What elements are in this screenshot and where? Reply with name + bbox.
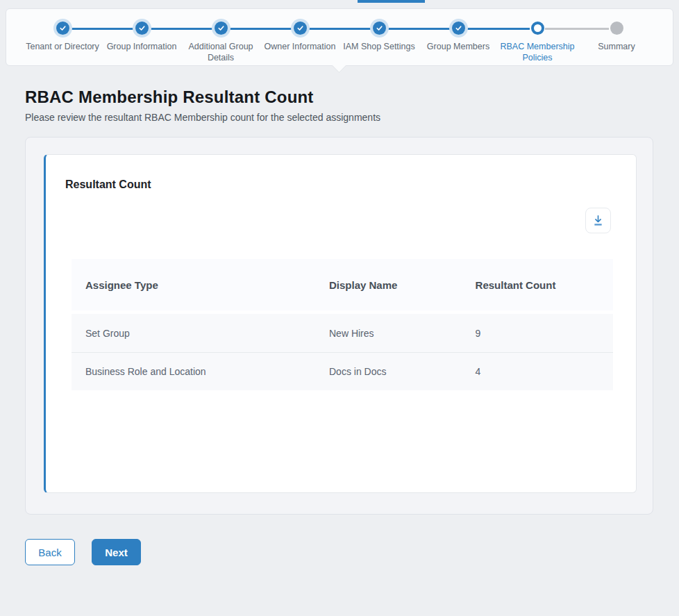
resultant-count-table: Assignee Type Display Name Resultant Cou… [72, 259, 613, 390]
resultant-count-card: Resultant Count Assignee Type Display Na… [44, 154, 637, 493]
top-accent-bar [358, 0, 425, 3]
column-header-assignee-type: Assignee Type [72, 279, 315, 291]
cell-assignee-type: Business Role and Location [72, 366, 315, 377]
stepper-step-summary[interactable]: Summary [577, 15, 656, 64]
step-indicator [56, 22, 69, 35]
table-body: Set Group New Hires 9 Business Role and … [72, 314, 613, 390]
stepper-step-rbac-membership-policies[interactable]: RBAC Membership Policies [498, 15, 577, 64]
stepper-step-iam-shop-settings[interactable]: IAM Shop Settings [340, 15, 419, 64]
step-label: IAM Shop Settings [343, 41, 415, 52]
card-heading: Resultant Count [65, 178, 151, 191]
column-header-resultant-count: Resultant Count [462, 279, 613, 291]
check-icon [376, 24, 383, 32]
step-indicator [373, 22, 386, 35]
stepper-step-additional-group-details[interactable]: Additional Group Details [181, 15, 260, 64]
step-label: Group Members [427, 41, 489, 52]
cell-display-name: Docs in Docs [315, 366, 462, 377]
step-indicator [215, 22, 228, 35]
stepper-step-group-members[interactable]: Group Members [419, 15, 498, 64]
cell-resultant-count: 9 [462, 328, 613, 339]
page-header: RBAC Membership Resultant Count Please r… [25, 88, 380, 123]
step-label: Summary [598, 41, 635, 52]
step-indicator [452, 22, 465, 35]
table-row: Business Role and Location Docs in Docs … [72, 352, 613, 390]
stepper-step-owner-information[interactable]: Owner Information [260, 15, 340, 64]
step-label: Owner Information [265, 41, 336, 52]
check-icon [138, 24, 146, 32]
check-icon [296, 24, 304, 32]
check-icon [455, 24, 462, 32]
step-label: Tenant or Directory [26, 41, 99, 52]
download-icon [592, 214, 605, 227]
check-icon [59, 24, 67, 32]
rbac-resultant-panel: Resultant Count Assignee Type Display Na… [25, 137, 653, 515]
stepper-steps: Tenant or Directory Group Information Ad… [6, 9, 673, 64]
cell-display-name: New Hires [315, 328, 462, 339]
step-indicator [294, 22, 307, 35]
wizard-stepper: Tenant or Directory Group Information Ad… [6, 8, 673, 66]
stepper-step-tenant-or-directory[interactable]: Tenant or Directory [23, 15, 102, 64]
step-label: Group Information [107, 41, 177, 52]
cell-resultant-count: 4 [462, 366, 613, 377]
next-button[interactable]: Next [92, 539, 141, 565]
step-indicator [610, 22, 623, 35]
step-label: Additional Group Details [181, 41, 260, 64]
table-header-row: Assignee Type Display Name Resultant Cou… [72, 259, 613, 310]
download-button[interactable] [585, 208, 611, 233]
stepper-step-group-information[interactable]: Group Information [102, 15, 181, 64]
table-row: Set Group New Hires 9 [72, 314, 613, 352]
cell-assignee-type: Set Group [72, 328, 315, 339]
page-title: RBAC Membership Resultant Count [25, 88, 380, 107]
check-icon [217, 24, 225, 32]
column-header-display-name: Display Name [315, 279, 462, 291]
step-indicator [135, 22, 149, 35]
page-subtitle: Please review the resultant RBAC Members… [25, 112, 380, 123]
step-label: RBAC Membership Policies [498, 41, 577, 64]
back-button[interactable]: Back [25, 539, 75, 565]
step-indicator [531, 22, 544, 35]
